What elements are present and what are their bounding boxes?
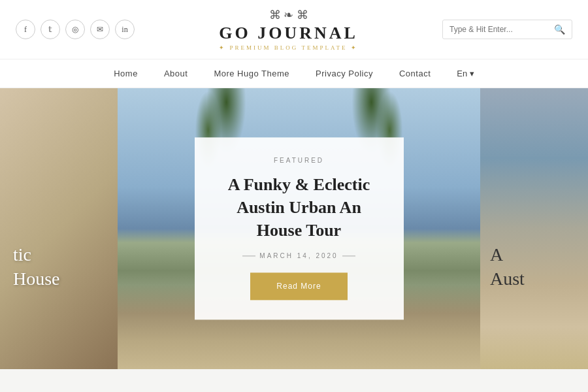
site-logo: ⌘ ❧ ⌘ GO JOURNAL ✦ PREMIUM BLOG TEMPLATE… — [135, 8, 442, 51]
email-icon[interactable]: ✉ — [90, 20, 110, 39]
logo-title[interactable]: GO JOURNAL — [135, 24, 442, 43]
instagram-icon[interactable]: ◎ — [65, 20, 85, 39]
slide-right-title: A Aust — [490, 243, 525, 291]
hero-slider: tic House FEATURED A Funky & Eclectic Au… — [0, 88, 588, 369]
nav-item-more-hugo[interactable]: More Hugo Theme — [214, 69, 289, 78]
twitter-icon[interactable]: 𝕥 — [41, 20, 60, 39]
slide-center: FEATURED A Funky & Eclectic Austin Urban… — [118, 88, 480, 369]
featured-label: FEATURED — [221, 157, 378, 164]
facebook-icon[interactable]: f — [16, 20, 35, 39]
language-selector[interactable]: En ▾ — [457, 69, 474, 78]
read-more-button[interactable]: Read More — [250, 273, 347, 301]
slide-right: A Aust — [480, 88, 588, 369]
main-nav: Home About More Hugo Theme Privacy Polic… — [0, 59, 588, 88]
nav-item-about[interactable]: About — [164, 69, 188, 78]
featured-title: A Funky & Eclectic Austin Urban An House… — [221, 173, 378, 242]
nav-item-home[interactable]: Home — [114, 69, 138, 78]
slide-right-background — [480, 88, 588, 369]
search-input[interactable] — [443, 21, 547, 38]
nav-item-privacy[interactable]: Privacy Policy — [316, 69, 373, 78]
slide-left-background — [0, 88, 118, 369]
nav-item-contact[interactable]: Contact — [399, 69, 431, 78]
linkedin-icon[interactable]: in — [115, 20, 135, 39]
logo-ornament: ⌘ ❧ ⌘ — [135, 8, 442, 22]
site-header: f 𝕥 ◎ ✉ in ⌘ ❧ ⌘ GO JOURNAL ✦ PREMIUM BL… — [0, 0, 588, 59]
social-icons-group: f 𝕥 ◎ ✉ in — [16, 20, 135, 39]
featured-date: MARCH 14, 2020 — [221, 253, 378, 260]
slide-left: tic House — [0, 88, 118, 369]
slide-left-title: tic House — [13, 243, 60, 291]
search-bar: 🔍 — [442, 20, 572, 39]
search-button[interactable]: 🔍 — [547, 20, 572, 39]
featured-card: FEATURED A Funky & Eclectic Austin Urban… — [195, 137, 404, 319]
logo-subtitle: ✦ PREMIUM BLOG TEMPLATE ✦ — [135, 44, 442, 51]
